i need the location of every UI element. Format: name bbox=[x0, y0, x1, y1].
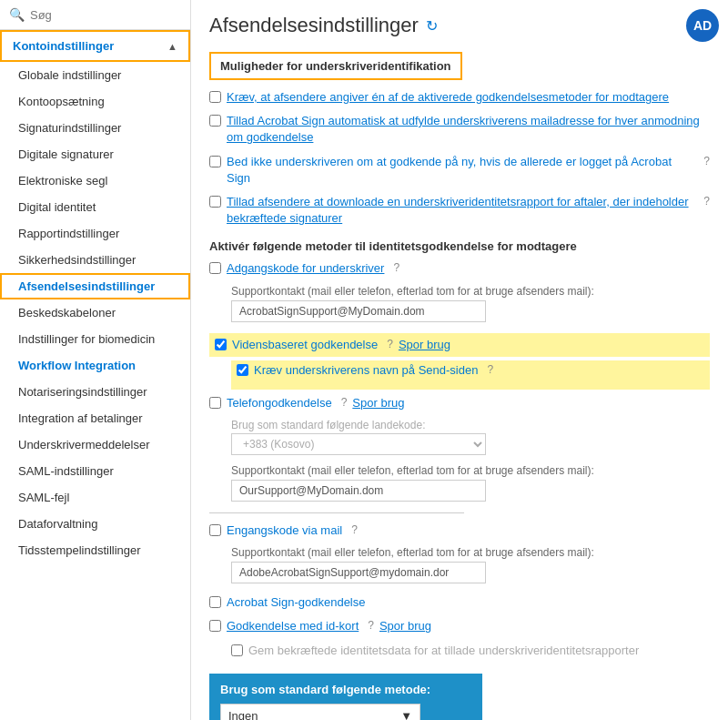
support-input-3[interactable] bbox=[231, 562, 486, 583]
page-title: Afsendelsesindstillinger ↻ bbox=[209, 14, 710, 37]
dropdown-selected-value: Ingen bbox=[228, 709, 258, 720]
acrobat-row: Acrobat Sign-godkendelse bbox=[209, 594, 710, 611]
chevron-up-icon: ▲ bbox=[167, 41, 177, 52]
access-code-row: Adgangskode for underskriver ? bbox=[209, 260, 710, 277]
support-field-1: Supportkontakt (mail eller telefon, efte… bbox=[231, 285, 710, 322]
checkbox-1[interactable] bbox=[209, 91, 221, 103]
checkbox-2[interactable] bbox=[209, 115, 221, 127]
sidebar-item-digitale[interactable]: Digitale signaturer bbox=[0, 141, 190, 167]
phone-spor-link[interactable]: Spor brug bbox=[352, 395, 404, 411]
gem-checkbox[interactable] bbox=[231, 644, 243, 656]
search-input[interactable] bbox=[30, 8, 181, 22]
help-icon-otp[interactable]: ? bbox=[351, 522, 358, 538]
support-field-2: Supportkontakt (mail eller telefon, efte… bbox=[231, 464, 710, 502]
sidebar-item-digital-id[interactable]: Digital identitet bbox=[0, 194, 190, 220]
blue-section-label: Brug som standard følgende metode: bbox=[220, 683, 471, 696]
sidebar-item-workflow[interactable]: Workflow Integration bbox=[0, 352, 190, 379]
checkbox-1-label: Kræv, at afsendere angiver én af de akti… bbox=[227, 89, 669, 106]
default-method-dropdown[interactable]: Ingen ▼ bbox=[220, 704, 420, 720]
sidebar: 🔍 Kontoindstillinger ▲ Globale indstilli… bbox=[0, 0, 191, 720]
support-label-1: Supportkontakt (mail eller telefon, efte… bbox=[231, 285, 710, 298]
gem-label: Gem bekræftede identitetsdata for at til… bbox=[248, 643, 639, 659]
avatar: AD bbox=[686, 9, 719, 42]
checkbox-2-label: Tillad Acrobat Sign automatisk at udfyld… bbox=[227, 113, 710, 146]
sidebar-item-kontoopsaetning[interactable]: Kontoopsætning bbox=[0, 88, 190, 115]
sidebar-item-besked[interactable]: Beskedskabeloner bbox=[0, 299, 190, 326]
help-icon-4[interactable]: ? bbox=[703, 194, 710, 209]
knowledge-checkbox-row: Vidensbaseret godkendelse ? Spor brug bbox=[215, 337, 704, 353]
support-field-3: Supportkontakt (mail eller telefon, efte… bbox=[231, 546, 710, 583]
dropdown-chevron-icon: ▼ bbox=[400, 709, 412, 720]
otp-row: Engangskode via mail ? bbox=[209, 522, 710, 539]
country-code-row: Brug som standard følgende landekode: +3… bbox=[231, 419, 710, 455]
knowledge-label: Vidensbaseret godkendelse bbox=[232, 337, 378, 353]
gem-row: Gem bekræftede identitetsdata for at til… bbox=[231, 643, 710, 659]
acrobat-checkbox[interactable] bbox=[209, 596, 221, 608]
sidebar-item-rapport[interactable]: Rapportindstillinger bbox=[0, 220, 190, 247]
section-header-box: Muligheder for underskriveridentifikatio… bbox=[209, 52, 462, 80]
sidebar-item-signatur[interactable]: Signaturindstillinger bbox=[0, 115, 190, 141]
checkbox-3[interactable] bbox=[209, 156, 221, 167]
sidebar-item-betalinger[interactable]: Integration af betalinger bbox=[0, 405, 190, 431]
page-title-text: Afsendelsesindstillinger bbox=[209, 14, 419, 37]
knowledge-checkbox[interactable] bbox=[215, 339, 227, 350]
search-box[interactable]: 🔍 bbox=[0, 0, 190, 30]
help-icon-sub[interactable]: ? bbox=[487, 362, 493, 378]
access-code-label: Adgangskode for underskriver bbox=[227, 260, 384, 277]
otp-checkbox[interactable] bbox=[209, 524, 221, 536]
knowledge-row: Vidensbaseret godkendelse ? Spor brug bbox=[209, 333, 710, 357]
identity-section-label: Aktivér følgende metoder til identitetsg… bbox=[209, 239, 710, 253]
sidebar-item-saml[interactable]: SAML-indstillinger bbox=[0, 458, 190, 484]
sidebar-item-underskriver-medd[interactable]: Underskrivermeddelelser bbox=[0, 431, 190, 458]
sidebar-section-label: Kontoindstillinger bbox=[13, 39, 114, 53]
sidebar-item-biomedicin[interactable]: Indstillinger for biomedicin bbox=[0, 326, 190, 352]
phone-row: Telefongodkendelse ? Spor brug bbox=[209, 395, 710, 411]
help-icon-id-kort[interactable]: ? bbox=[368, 618, 374, 634]
id-kort-spor-link[interactable]: Spor brug bbox=[379, 618, 431, 634]
help-icon-knowledge[interactable]: ? bbox=[387, 337, 393, 352]
checkbox-3-label: Bed ikke underskriveren om at godkende p… bbox=[227, 154, 694, 187]
help-icon-access[interactable]: ? bbox=[393, 260, 399, 276]
sidebar-item-elektroniske[interactable]: Elektroniske segl bbox=[0, 167, 190, 194]
support-input-2[interactable] bbox=[231, 480, 486, 502]
support-input-1[interactable] bbox=[231, 300, 486, 322]
sub-checkbox-label: Kræv underskriverens navn på Send-siden bbox=[254, 362, 478, 379]
sidebar-item-sikkerhed[interactable]: Sikkerhedsindstillinger bbox=[0, 247, 190, 273]
country-code-select[interactable]: +383 (Kosovo) bbox=[231, 433, 486, 455]
sidebar-item-dataforvaltning[interactable]: Dataforvaltning bbox=[0, 511, 190, 537]
id-kort-checkbox[interactable] bbox=[209, 620, 221, 632]
help-icon-3[interactable]: ? bbox=[703, 154, 710, 169]
support-label-3: Supportkontakt (mail eller telefon, efte… bbox=[231, 546, 710, 559]
main-content: AD Afsendelsesindstillinger ↻ Muligheder… bbox=[191, 0, 728, 720]
id-kort-row: Godkendelse med id-kort ? Spor brug bbox=[209, 618, 710, 634]
phone-label: Telefongodkendelse bbox=[227, 395, 332, 411]
sub-checkbox[interactable] bbox=[237, 364, 248, 376]
sidebar-item-saml-fejl[interactable]: SAML-fejl bbox=[0, 484, 190, 511]
checkbox-4[interactable] bbox=[209, 196, 221, 208]
knowledge-spor-link[interactable]: Spor brug bbox=[399, 337, 450, 353]
checkbox-4-label: Tillad afsendere at downloade en undersk… bbox=[227, 194, 694, 227]
acrobat-label: Acrobat Sign-godkendelse bbox=[227, 594, 366, 611]
section-header-label: Muligheder for underskriveridentifikatio… bbox=[220, 59, 451, 73]
id-kort-label: Godkendelse med id-kort bbox=[227, 618, 359, 634]
sidebar-item-tidsstempel[interactable]: Tidsstempelindstillinger bbox=[0, 537, 190, 563]
sidebar-section-header[interactable]: Kontoindstillinger ▲ bbox=[0, 30, 190, 62]
phone-checkbox[interactable] bbox=[209, 397, 221, 409]
help-icon-phone[interactable]: ? bbox=[341, 395, 348, 411]
access-code-checkbox[interactable] bbox=[209, 262, 221, 274]
sidebar-item-globale[interactable]: Globale indstillinger bbox=[0, 62, 190, 88]
default-method-dropdown-container: Ingen ▼ Ingen Vidensbaseret godkendelse … bbox=[220, 704, 420, 720]
sub-checkbox-inner: Kræv underskriverens navn på Send-siden … bbox=[237, 362, 704, 379]
checkbox-row-4: Tillad afsendere at downloade en undersk… bbox=[209, 194, 710, 227]
support-label-2: Supportkontakt (mail eller telefon, efte… bbox=[231, 464, 710, 477]
blue-section: Brug som standard følgende metode: Ingen… bbox=[209, 674, 482, 720]
search-icon: 🔍 bbox=[9, 7, 25, 22]
sidebar-item-notarisering[interactable]: Notariseringsindstillinger bbox=[0, 379, 190, 405]
country-code-label: Brug som standard følgende landekode: bbox=[231, 419, 710, 431]
checkbox-row-1: Kræv, at afsendere angiver én af de akti… bbox=[209, 89, 710, 106]
divider bbox=[209, 512, 464, 513]
refresh-icon[interactable]: ↻ bbox=[426, 17, 438, 35]
sub-checkbox-row: Kræv underskriverens navn på Send-siden … bbox=[231, 360, 710, 390]
sidebar-item-afsendelse[interactable]: Afsendelsesindstillinger bbox=[0, 273, 190, 299]
otp-label: Engangskode via mail bbox=[227, 522, 342, 539]
